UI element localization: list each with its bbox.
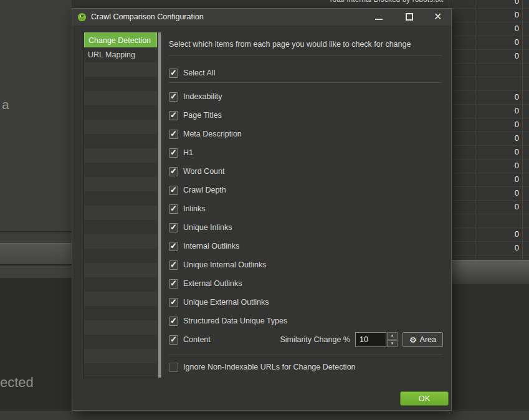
meta-description-row: ✓Meta Description bbox=[169, 125, 443, 143]
table-cell-value: 0 bbox=[515, 37, 519, 47]
area-button[interactable]: ⚙Area bbox=[403, 332, 443, 347]
inlinks-label: Inlinks bbox=[183, 204, 205, 213]
select-all-label: Select All bbox=[183, 69, 215, 77]
minimize-button[interactable] bbox=[375, 19, 383, 20]
table-cell-value: 0 bbox=[515, 10, 519, 19]
content-checkbox[interactable]: ✓ bbox=[169, 335, 178, 345]
sidebar-empty-row bbox=[84, 163, 157, 177]
sidebar-empty-row bbox=[84, 191, 157, 206]
sidebar-empty-row bbox=[84, 363, 157, 378]
sidebar-empty-row bbox=[84, 277, 157, 292]
sidebar-empty-row bbox=[84, 292, 157, 306]
table-row-label: Total Internal Blocked by robots.txt bbox=[329, 0, 443, 4]
background-band bbox=[0, 265, 72, 278]
similarity-change-input[interactable] bbox=[355, 332, 386, 347]
sidebar-empty-row bbox=[84, 220, 157, 234]
table-cell-value: 0 bbox=[515, 0, 519, 6]
word-count-row: ✓Word Count bbox=[169, 162, 443, 181]
divider bbox=[169, 55, 442, 55]
select-all-row: ✓ Select All bbox=[169, 64, 443, 82]
indexability-row: ✓Indexability bbox=[169, 87, 443, 106]
table-cell-value: 0 bbox=[515, 202, 519, 211]
gear-icon: ⚙ bbox=[409, 335, 417, 345]
spinner-down-button[interactable]: ▼ bbox=[387, 340, 398, 348]
sidebar-empty-row bbox=[84, 306, 157, 320]
external-outlinks-label: External Outlinks bbox=[183, 279, 242, 288]
dialog-title: Crawl Comparison Configuration bbox=[91, 12, 204, 21]
sidebar-empty-row bbox=[84, 320, 157, 335]
inlinks-checkbox[interactable]: ✓ bbox=[169, 204, 178, 214]
sidebar-empty-row bbox=[84, 234, 157, 249]
content-header-text: Select which items from each page you wo… bbox=[169, 40, 443, 49]
unique-internal-outlinks-checkbox[interactable]: ✓ bbox=[169, 260, 178, 270]
background-bottom-strip bbox=[0, 411, 529, 420]
internal-outlinks-row: ✓Internal Outlinks bbox=[169, 237, 443, 255]
external-outlinks-checkbox[interactable]: ✓ bbox=[169, 279, 178, 289]
ignore-non-indexable-row: Ignore Non-Indexable URLs for Change Det… bbox=[169, 358, 443, 376]
crawl-depth-checkbox[interactable]: ✓ bbox=[169, 186, 178, 195]
table-cell-value: 0 bbox=[515, 120, 519, 129]
table-cell-value: 0 bbox=[515, 51, 519, 60]
area-button-label: Area bbox=[420, 335, 436, 344]
background-left-upper bbox=[0, 0, 72, 243]
h1-label: H1 bbox=[183, 148, 193, 157]
divider bbox=[169, 355, 442, 355]
sidebar-empty-row bbox=[84, 77, 157, 91]
unique-inlinks-checkbox[interactable]: ✓ bbox=[169, 223, 178, 232]
ignore-non-indexable-label: Ignore Non-Indexable URLs for Change Det… bbox=[183, 363, 356, 371]
sidebar-empty-row bbox=[84, 263, 157, 277]
indexability-label: Indexability bbox=[183, 92, 222, 101]
content-row: ✓ContentSimilarity Change %▲▼⚙Area bbox=[169, 330, 443, 349]
page-titles-label: Page Titles bbox=[183, 111, 222, 120]
ignore-non-indexable-checkbox[interactable] bbox=[169, 363, 178, 372]
inlinks-row: ✓Inlinks bbox=[169, 199, 443, 218]
internal-outlinks-checkbox[interactable]: ✓ bbox=[169, 242, 178, 251]
unique-internal-outlinks-row: ✓Unique Internal Outlinks bbox=[169, 255, 443, 274]
word-count-label: Word Count bbox=[183, 167, 224, 176]
page-titles-row: ✓Page Titles bbox=[169, 106, 443, 125]
structured-data-unique-types-row: ✓Structured Data Unique Types bbox=[169, 312, 443, 330]
similarity-group: Similarity Change %▲▼⚙Area bbox=[280, 332, 443, 347]
background-left-panel: a ected bbox=[0, 0, 72, 420]
sidebar-empty-row bbox=[84, 249, 157, 263]
sidebar-empty-row bbox=[84, 335, 157, 349]
table-cell-value: 0 bbox=[515, 24, 519, 33]
background-text-fragment-bottom: ected bbox=[0, 375, 34, 391]
unique-external-outlinks-label: Unique External Outlinks bbox=[183, 298, 269, 307]
indexability-checkbox[interactable]: ✓ bbox=[169, 92, 178, 102]
table-cell-value: 0 bbox=[515, 243, 519, 252]
divider bbox=[169, 82, 442, 83]
sidebar-item-change-detection[interactable]: Change Detection bbox=[84, 32, 157, 47]
divider bbox=[0, 231, 72, 232]
spinner-up-button[interactable]: ▲ bbox=[387, 332, 398, 340]
h1-checkbox[interactable]: ✓ bbox=[169, 148, 178, 158]
select-all-checkbox[interactable]: ✓ bbox=[169, 69, 178, 78]
unique-inlinks-label: Unique Inlinks bbox=[183, 223, 232, 232]
sidebar-empty-row bbox=[84, 105, 157, 120]
external-outlinks-row: ✓External Outlinks bbox=[169, 274, 443, 293]
table-cell-value: 0 bbox=[515, 92, 519, 102]
structured-data-unique-types-checkbox[interactable]: ✓ bbox=[169, 317, 178, 326]
sidebar-empty-row bbox=[84, 120, 157, 134]
ok-button[interactable]: OK bbox=[400, 391, 449, 406]
meta-description-checkbox[interactable]: ✓ bbox=[169, 130, 178, 139]
app-frog-icon bbox=[77, 12, 87, 22]
maximize-button[interactable] bbox=[406, 13, 413, 21]
background-toolbar-band bbox=[0, 244, 72, 264]
unique-internal-outlinks-label: Unique Internal Outlinks bbox=[183, 260, 266, 269]
table-cell-value: 0 bbox=[515, 174, 519, 184]
table-cell-value: 0 bbox=[515, 188, 519, 198]
internal-outlinks-label: Internal Outlinks bbox=[183, 242, 239, 251]
word-count-checkbox[interactable]: ✓ bbox=[169, 167, 178, 176]
sidebar-item-url-mapping[interactable]: URL Mapping bbox=[84, 47, 157, 62]
page-titles-checkbox[interactable]: ✓ bbox=[169, 111, 178, 120]
sidebar-empty-row bbox=[84, 62, 157, 77]
sidebar-scrollbar[interactable] bbox=[158, 32, 161, 378]
table-cell-value: 0 bbox=[515, 161, 519, 170]
close-button[interactable]: ✕ bbox=[434, 11, 442, 22]
table-cell-value: 0 bbox=[515, 106, 519, 115]
unique-external-outlinks-checkbox[interactable]: ✓ bbox=[169, 298, 178, 307]
dialog-titlebar[interactable]: Crawl Comparison Configuration ✕ bbox=[72, 9, 451, 26]
table-cell-value: 0 bbox=[515, 229, 519, 239]
similarity-change-label: Similarity Change % bbox=[280, 335, 350, 344]
